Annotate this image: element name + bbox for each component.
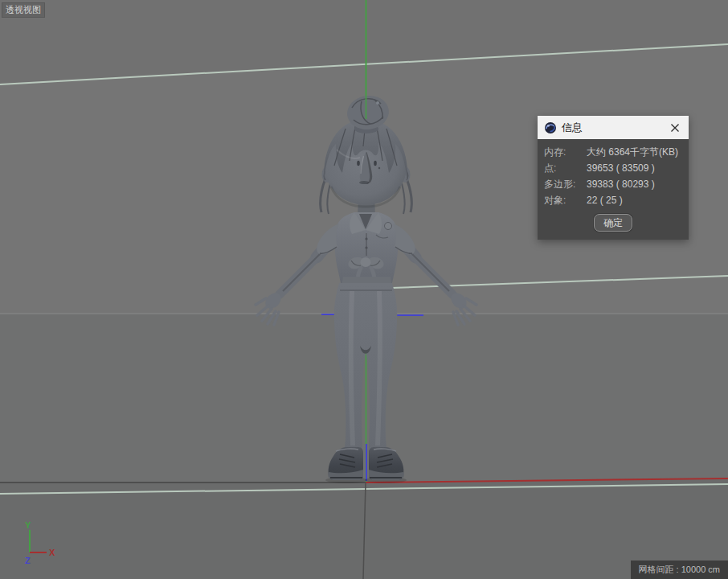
info-label: 多边形:	[544, 176, 587, 192]
info-value: 39653 ( 83509 )	[587, 160, 655, 176]
cinema4d-logo-icon	[544, 121, 557, 134]
ok-button[interactable]: 确定	[594, 214, 632, 232]
info-dialog-body: 内存: 大约 6364千字节(KB) 点: 39653 ( 83509 ) 多边…	[538, 139, 689, 240]
gizmo-z-label: Z	[25, 556, 31, 565]
character-eye-left	[357, 161, 360, 166]
viewport-3d-scene[interactable]: Y X Z	[0, 0, 728, 579]
info-dialog-titlebar[interactable]: 信息	[538, 116, 689, 139]
viewport-name-label: 透视视图	[2, 2, 45, 18]
gizmo-x-label: X	[49, 548, 55, 557]
close-button[interactable]	[668, 121, 682, 135]
info-label: 对象:	[544, 192, 587, 208]
info-row-objects: 对象: 22 ( 25 )	[544, 192, 682, 208]
application-window: Y X Z 透视视图 网格间距 : 10000 cm 信息 内存:	[0, 0, 728, 579]
gizmo-y-label: Y	[25, 520, 31, 530]
info-dialog-title: 信息	[562, 121, 583, 135]
info-label: 点:	[544, 160, 587, 176]
info-value: 22 ( 25 )	[587, 192, 623, 208]
info-row-points: 点: 39653 ( 83509 )	[544, 160, 682, 176]
info-label: 内存:	[544, 144, 587, 160]
grid-spacing-label: 网格间距 : 10000 cm	[631, 561, 728, 579]
character-eye-right	[374, 161, 377, 166]
shirt-badge	[385, 223, 392, 230]
info-dialog: 信息 内存: 大约 6364千字节(KB) 点: 39653 ( 83509 )…	[538, 116, 689, 240]
info-row-polygons: 多边形: 39383 ( 80293 )	[544, 176, 682, 192]
info-value: 大约 6364千字节(KB)	[587, 144, 678, 160]
close-icon	[670, 123, 680, 133]
info-value: 39383 ( 80293 )	[587, 176, 655, 192]
info-row-memory: 内存: 大约 6364千字节(KB)	[544, 144, 682, 160]
